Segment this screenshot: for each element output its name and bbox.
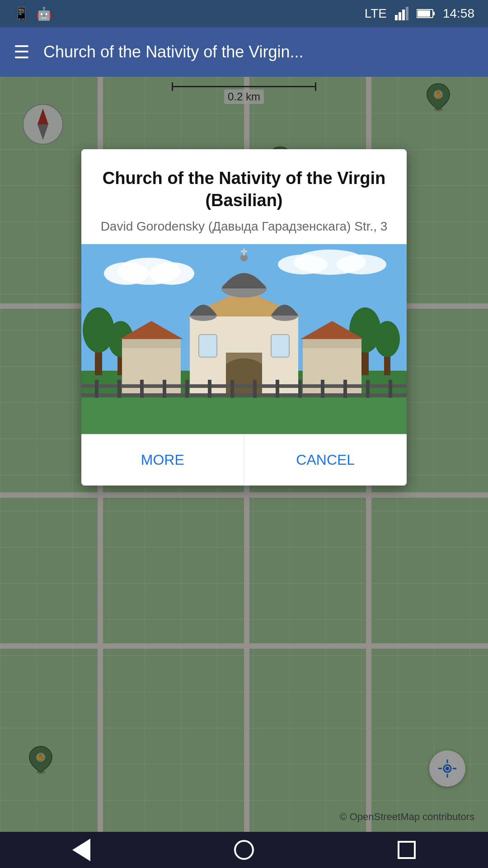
- home-icon: [234, 840, 254, 860]
- battery-icon: [417, 8, 435, 19]
- app-bar-title: Church of the Nativity of the Virgin...: [43, 42, 304, 61]
- svg-rect-39: [122, 339, 181, 348]
- svg-rect-1: [399, 12, 401, 20]
- svg-rect-53: [303, 339, 361, 348]
- modal-title: Church of the Nativity of the Virgin (Ba…: [99, 167, 389, 212]
- lte-indicator: LTE: [365, 6, 387, 21]
- back-button[interactable]: [59, 836, 104, 863]
- home-button[interactable]: [221, 836, 267, 863]
- recent-apps-button[interactable]: [384, 836, 429, 863]
- svg-rect-6: [418, 10, 430, 17]
- svg-point-37: [375, 321, 400, 357]
- more-button[interactable]: MORE: [81, 434, 244, 486]
- menu-icon[interactable]: ☰: [14, 42, 30, 62]
- svg-rect-44: [199, 335, 217, 357]
- back-icon: [72, 839, 90, 861]
- location-detail-modal: Church of the Nativity of the Virgin (Ba…: [81, 149, 407, 486]
- svg-point-24: [104, 262, 149, 285]
- svg-point-28: [337, 255, 386, 274]
- svg-rect-0: [395, 15, 398, 20]
- status-bar-left: 📱 🤖: [14, 6, 52, 21]
- svg-point-25: [149, 262, 194, 285]
- svg-rect-55: [81, 384, 407, 388]
- modal-header: Church of the Nativity of the Virgin (Ba…: [81, 149, 407, 244]
- church-illustration: [81, 244, 407, 434]
- svg-rect-2: [402, 9, 405, 20]
- svg-rect-71: [81, 398, 407, 434]
- signal-icon: [395, 7, 408, 20]
- clock: 14:58: [443, 6, 474, 21]
- svg-rect-56: [81, 393, 407, 397]
- status-bar: 📱 🤖 LTE 14:58: [0, 0, 488, 27]
- android-icon: 🤖: [36, 6, 52, 21]
- cancel-button[interactable]: CANCEL: [244, 434, 407, 486]
- modal-subtitle: David Gorodensky (Давыда Гарадзенскага) …: [99, 217, 389, 235]
- modal-overlay: Church of the Nativity of the Virgin (Ba…: [0, 77, 488, 832]
- svg-rect-3: [406, 7, 408, 20]
- notification-icon: 📱: [14, 6, 29, 21]
- modal-actions: MORE CANCEL: [81, 434, 407, 486]
- svg-rect-45: [271, 335, 289, 357]
- app-bar: ☰ Church of the Nativity of the Virgin..…: [0, 27, 488, 77]
- modal-church-image: [81, 244, 407, 434]
- svg-point-27: [278, 255, 328, 274]
- navigation-bar: [0, 832, 488, 868]
- recent-apps-icon: [398, 841, 416, 859]
- status-bar-right: LTE 14:58: [365, 6, 474, 21]
- svg-rect-5: [433, 12, 435, 15]
